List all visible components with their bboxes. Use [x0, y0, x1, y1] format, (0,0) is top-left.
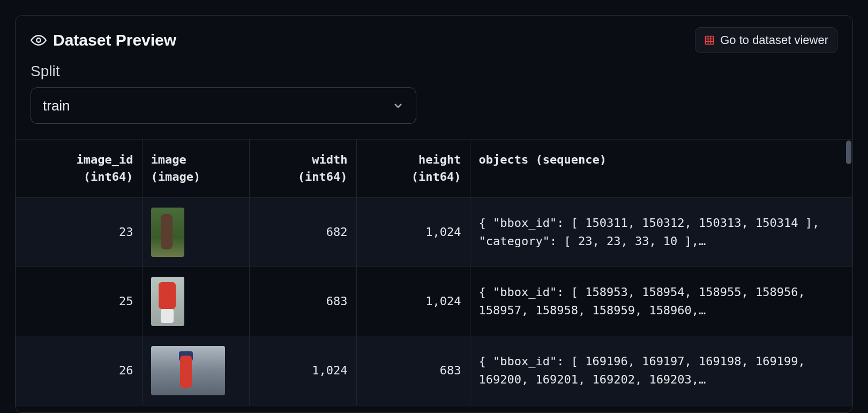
- page-title: Dataset Preview: [53, 31, 176, 49]
- split-section: Split train: [16, 53, 852, 124]
- table-header-row: image_id(int64) image(image) width(int64…: [16, 139, 852, 197]
- split-select-wrap: train: [31, 87, 416, 124]
- eye-icon: [31, 32, 47, 48]
- cell-image: [142, 336, 249, 405]
- split-select[interactable]: train: [31, 87, 416, 124]
- cell-height: 1,024: [356, 197, 470, 267]
- split-label: Split: [31, 63, 837, 80]
- svg-point-0: [36, 38, 41, 42]
- table-row[interactable]: 26 1,024 683 { "bbox_id": [ 169196, 1691…: [16, 336, 852, 405]
- col-header-objects[interactable]: objects (sequence): [470, 139, 852, 197]
- table-row[interactable]: 25 683 1,024 { "bbox_id": [ 158953, 1589…: [16, 267, 852, 336]
- cell-image: [142, 267, 249, 336]
- grid-icon: [704, 35, 715, 46]
- table-container: image_id(int64) image(image) width(int64…: [16, 139, 852, 405]
- image-thumbnail[interactable]: [151, 208, 184, 257]
- col-header-image[interactable]: image(image): [142, 139, 249, 197]
- cell-image-id: 26: [16, 336, 142, 405]
- image-thumbnail[interactable]: [151, 277, 184, 326]
- cell-objects: { "bbox_id": [ 150311, 150312, 150313, 1…: [470, 197, 852, 267]
- cell-image-id: 25: [16, 267, 142, 336]
- table-row[interactable]: 23 682 1,024 { "bbox_id": [ 150311, 1503…: [16, 197, 852, 267]
- cell-objects: { "bbox_id": [ 158953, 158954, 158955, 1…: [470, 267, 852, 336]
- col-header-width[interactable]: width(int64): [249, 139, 356, 197]
- cell-width: 682: [249, 197, 356, 267]
- cell-objects: { "bbox_id": [ 169196, 169197, 169198, 1…: [470, 336, 852, 405]
- image-thumbnail[interactable]: [151, 346, 225, 395]
- cell-image: [142, 197, 249, 267]
- svg-rect-1: [706, 36, 714, 45]
- viewer-button-label: Go to dataset viewer: [720, 33, 828, 47]
- cell-height: 683: [356, 336, 470, 405]
- cell-image-id: 23: [16, 197, 142, 267]
- dataset-preview-panel: Dataset Preview Go to dataset viewer Spl…: [15, 15, 853, 413]
- cell-width: 1,024: [249, 336, 356, 405]
- cell-width: 683: [249, 267, 356, 336]
- panel-header: Dataset Preview Go to dataset viewer: [16, 16, 852, 53]
- cell-height: 1,024: [356, 267, 470, 336]
- scrollbar-thumb[interactable]: [846, 141, 851, 164]
- col-header-height[interactable]: height(int64): [356, 139, 470, 197]
- col-header-image-id[interactable]: image_id(int64): [16, 139, 142, 197]
- title-group: Dataset Preview: [31, 31, 176, 49]
- go-to-dataset-viewer-button[interactable]: Go to dataset viewer: [695, 27, 837, 53]
- dataset-table: image_id(int64) image(image) width(int64…: [16, 139, 852, 405]
